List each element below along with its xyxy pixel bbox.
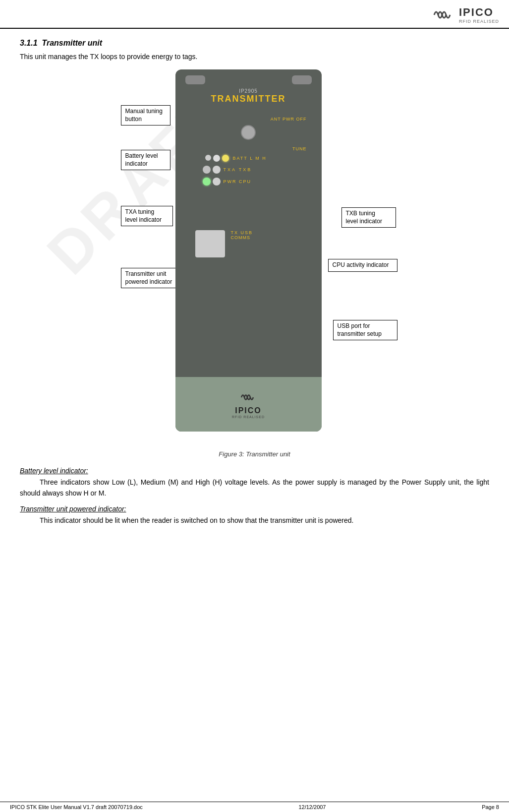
footer-center: 12/12/2007 — [298, 804, 326, 810]
batt-dots — [205, 155, 229, 162]
comms-label: COMMS — [231, 235, 253, 240]
device-model: IP2905 — [175, 88, 322, 94]
callout-transmitter-powered: Transmitter unit powered indicator — [121, 268, 178, 288]
callout-usb-port: USB port for transmitter setup — [333, 320, 397, 340]
footer-left: IPICO STK Elite User Manual V1.7 draft 2… — [10, 804, 143, 810]
callout-battery-level: Battery level indicator — [121, 150, 170, 170]
batt-dot-l — [205, 155, 211, 161]
pwr-cpu-row: PWR CPU — [175, 178, 322, 186]
batt-label: BATT L M H — [233, 156, 267, 161]
device-logo-sub: RFID REALISED — [232, 415, 265, 419]
logo-area: IPICO RFID REALISED — [430, 5, 499, 25]
callout-txa-tuning: TXA tuning level indicator — [121, 206, 173, 226]
callout-txb-tuning: TXB tuning level indicator — [341, 207, 396, 228]
device-bottom-logo: IPICO RFID REALISED — [175, 377, 322, 432]
ant-pwr-label: ANT PWR OFF — [271, 117, 307, 122]
logo-text: IPICO RFID REALISED — [459, 6, 499, 24]
battery-section: Battery level indicator: Three indicator… — [20, 467, 489, 499]
callout-manual-tuning: Manual tuning button — [121, 105, 170, 125]
figure-area: Manual tuning button Battery level indic… — [20, 69, 489, 446]
page-footer: IPICO STK Elite User Manual V1.7 draft 2… — [0, 802, 509, 812]
top-connectors — [175, 69, 322, 84]
usb-port[interactable] — [195, 230, 225, 257]
transmitter-heading: Transmitter unit powered indicator: — [20, 505, 489, 513]
logo-subtitle: RFID REALISED — [459, 19, 499, 24]
txa-dot — [203, 166, 211, 174]
footer-right: Page 8 — [482, 804, 499, 810]
comms-labels: TX USB COMMS — [231, 230, 253, 240]
intro-text: This unit manages the TX loops to provid… — [20, 53, 489, 61]
device-logo-svg — [239, 390, 257, 404]
pwr-dots — [203, 178, 221, 186]
tune-label: TUNE — [292, 146, 307, 151]
tune-row: TUNE — [175, 144, 322, 152]
device-title-text: TRANSMITTER — [175, 94, 322, 104]
txa-txb-row: TXA TXB — [175, 166, 322, 174]
main-content: 3.1.1 Transmitter unit This unit manages… — [0, 29, 509, 542]
batt-row: BATT L M H — [175, 155, 322, 162]
page-header: IPICO RFID REALISED — [0, 0, 509, 29]
section-heading: 3.1.1 Transmitter unit — [20, 39, 489, 48]
pwr-label: PWR CPU — [224, 179, 252, 184]
battery-heading: Battery level indicator: — [20, 467, 489, 475]
ant-pwr-row: ANT PWR OFF — [175, 114, 322, 122]
device-wrapper: Manual tuning button Battery level indic… — [111, 69, 398, 446]
txa-label: TXA TXB — [224, 167, 252, 172]
batt-dot-m — [213, 155, 220, 162]
manual-tune-button[interactable] — [241, 125, 256, 140]
pwr-dot — [203, 178, 211, 186]
transmitter-device: IP2905 TRANSMITTER ANT PWR OFF TUNE — [175, 69, 322, 432]
device-title-area: IP2905 TRANSMITTER — [175, 88, 322, 104]
logo-name: IPICO — [459, 6, 499, 19]
batt-dot-h — [222, 155, 229, 162]
figure-caption: Figure 3: Transmitter unit — [20, 450, 489, 458]
tx-usb-label: TX USB — [231, 230, 253, 235]
txb-dot — [213, 166, 221, 174]
callout-cpu-activity: CPU activity indicator — [328, 259, 397, 272]
battery-text: Three indicators show Low (L), Medium (M… — [20, 477, 489, 499]
txa-dots — [203, 166, 221, 174]
ipico-logo-icon — [430, 5, 455, 25]
connector-right — [292, 75, 312, 84]
cpu-dot — [213, 178, 221, 186]
manual-tune-button-row — [175, 125, 322, 140]
device-spacer — [175, 186, 322, 225]
transmitter-section: Transmitter unit powered indicator: This… — [20, 505, 489, 526]
device-logo-text: IPICO — [235, 406, 262, 415]
comms-area: TX USB COMMS — [175, 230, 322, 257]
connector-left — [185, 75, 205, 84]
transmitter-text: This indicator should be lit when the re… — [20, 515, 489, 526]
